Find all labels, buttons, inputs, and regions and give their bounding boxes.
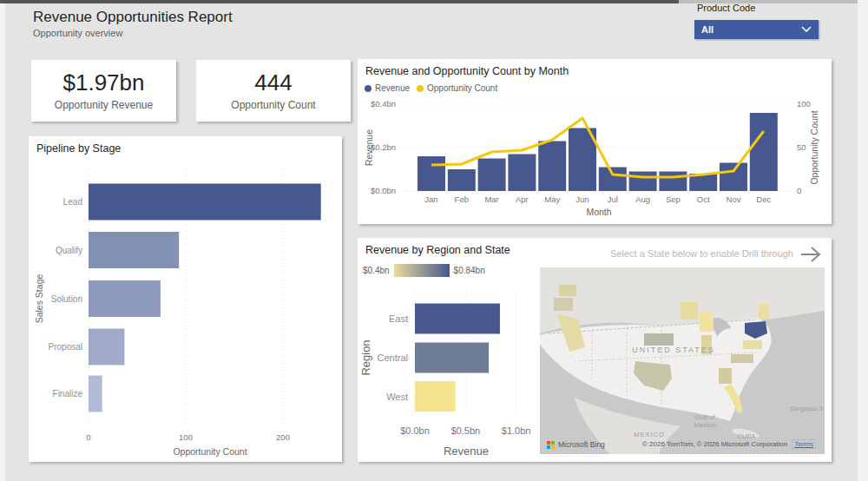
kpi-card-revenue: $1.97bn Opportunity Revenue [31,60,176,122]
category-label: Solution [51,294,82,304]
drill-through-arrow-icon[interactable] [799,245,823,264]
category-label: Qualify [56,246,82,255]
x-axis-title: Opportunity Count [173,446,247,457]
x-axis-title: Month [586,207,611,217]
month-label: Aug [635,194,650,204]
month-label: Nov [727,194,741,204]
month-label: Sep [666,194,681,204]
x-tick-label: $0.0bn [400,425,430,436]
gradient-max-label: $0.84bn [454,266,485,275]
kpi-card-count: 444 Opportunity Count [196,60,351,122]
pipeline-bar-qualify[interactable] [89,232,179,268]
pipeline-bar-lead[interactable] [89,184,321,221]
y-axis-title: Sales Stage [34,274,44,324]
revenue-bar-mar[interactable] [478,159,506,192]
drill-through-hint: Select a State below to enable Drill thr… [610,248,793,259]
legend-item-revenue[interactable]: Revenue [365,83,410,93]
kpi-count-value: 444 [254,70,292,96]
product-code-label: Product Code [697,3,755,13]
revenue-bar-may[interactable] [538,142,566,192]
month-label: May [544,194,560,204]
pipeline-bar-finalize[interactable] [89,376,102,412]
x-tick-label: 200 [276,432,290,442]
category-label: Lead [63,197,82,207]
right-edge [858,0,868,481]
region-chart-card: Revenue by Region and State Select a Sta… [358,238,832,462]
left-axis-title: Revenue [364,129,374,166]
right-axis-title: Opportunity Count [809,110,819,184]
page-title: Revenue Opportunities Report [33,9,233,26]
revenue-bar-aug[interactable] [629,172,657,192]
legend-revenue-label: Revenue [375,83,410,93]
month-label: Oct [697,194,710,204]
revenue-bar-sep[interactable] [659,172,687,192]
region-chart-title: Revenue by Region and State [365,244,510,256]
pipeline-chart-title: Pipeline by Stage [36,142,121,155]
chevron-down-icon [801,26,812,33]
month-label: Jul [608,194,618,204]
attribution-text: © 2026 TomTom, © 2026 Microsoft Corporat… [642,440,787,448]
month-label: Dec [756,194,771,204]
page-subtitle: Opportunity overview [33,28,122,38]
revenue-bar-feb[interactable] [448,169,476,191]
category-label: Central [378,353,408,363]
x-axis-title: Revenue [444,445,489,458]
category-label: East [389,313,408,324]
month-label: Apr [516,194,529,204]
pipeline-bar-solution[interactable] [89,280,161,317]
month-label: Jun [575,194,589,204]
x-tick-label: 0 [86,432,90,442]
gradient-min-label: $0.4bn [363,266,390,275]
bing-logo[interactable]: Microsoft Bing [547,440,605,449]
left-tick-label: $0.0bn [371,186,396,195]
left-edge [0,3,5,481]
kpi-count-label: Opportunity Count [231,99,315,111]
us-states-map[interactable]: UNITED STATES Gulf of Mexico MEXICO CUBA… [540,267,825,454]
count-legend-dot-icon [417,85,424,92]
dropdown-selected-value: All [701,24,713,35]
month-label: Jan [424,194,437,204]
region-bar-east[interactable] [415,304,500,334]
kpi-revenue-value: $1.97bn [63,70,145,96]
x-tick-label: $1.0bn [502,425,531,436]
microsoft-logo-icon [547,441,555,449]
revenue-bar-jan[interactable] [418,156,445,191]
x-tick-label: 100 [179,432,193,442]
revenue-bar-nov[interactable] [720,163,747,192]
category-label: Finalize [53,389,83,399]
left-tick-label: $0.2bn [371,142,396,152]
month-label: Mar [484,194,498,204]
month-chart-card: Revenue and Opportunity Count by Month R… [358,59,832,224]
x-tick-label: $0.5bn [450,425,480,436]
product-code-dropdown[interactable]: All [694,20,819,39]
pipeline-chart-svg: 0100200LeadQualifySolutionProposalFinali… [29,162,342,462]
region-chart-svg: $0.0bn$0.5bn$1.0bnEastCentralWestRevenue… [358,290,540,462]
revenue-bar-apr[interactable] [508,155,536,192]
region-bar-west[interactable] [415,381,456,412]
month-chart-legend: Revenue Opportunity Count [365,83,504,93]
gradient-bar [394,264,450,277]
y-axis-title: Region [359,339,372,375]
gradient-legend: $0.4bn $0.84bn [363,264,485,277]
category-label: Proposal [49,342,82,352]
right-tick-label: 0 [797,186,801,195]
map-graphic [540,267,825,454]
right-tick-label: 100 [797,99,811,109]
month-label: Feb [455,194,469,204]
right-tick-label: 50 [797,142,806,152]
report-page: Revenue Opportunities Report Opportunity… [0,0,868,481]
legend-count-label: Opportunity Count [427,83,497,93]
month-chart-title: Revenue and Opportunity Count by Month [365,65,569,77]
left-tick-label: $0.4bn [371,99,396,109]
category-label: West [386,392,408,402]
revenue-bar-jul[interactable] [599,168,627,192]
region-bar-central[interactable] [415,343,489,373]
pipeline-bar-proposal[interactable] [89,329,124,366]
legend-item-opportunity-count[interactable]: Opportunity Count [417,83,497,93]
month-chart-svg: $0.0bn0$0.2bn50$0.4bn100JanFebMarAprMayJ… [358,96,832,224]
revenue-legend-dot-icon [365,85,372,92]
pipeline-chart-card: Pipeline by Stage 0100200LeadQualifySolu… [29,136,342,462]
map-attribution: © 2026 TomTom, © 2026 Microsoft Corporat… [642,439,816,449]
revenue-bar-dec[interactable] [750,113,778,191]
terms-link[interactable]: Terms [792,439,816,449]
